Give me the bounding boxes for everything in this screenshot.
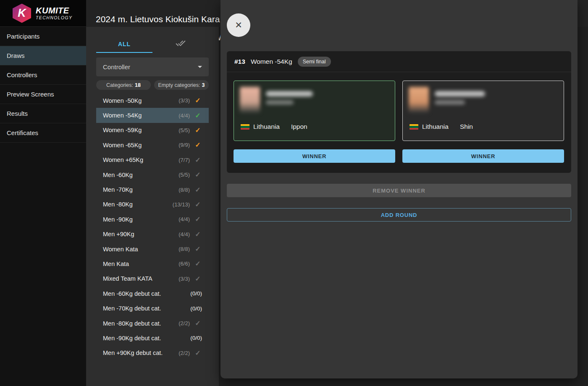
fighter-result: Ippon <box>291 123 307 130</box>
check-icon: ✓ <box>194 96 202 104</box>
logo-subtitle: TECHNOLOGY <box>36 15 73 20</box>
category-row[interactable]: Men Kata (6/6) ✓ <box>96 256 209 271</box>
category-row[interactable]: Women -65Kg (9/9) ✓ <box>96 138 209 152</box>
category-row[interactable]: Women -50Kg (3/3) ✓ <box>96 93 209 108</box>
fighter-subtitle-blurred <box>266 100 294 104</box>
category-row[interactable]: Men -60Kg (5/5) ✓ <box>96 167 209 182</box>
app-logo: K KUMITE TECHNOLOGY <box>0 0 86 27</box>
tab-completed[interactable] <box>152 35 209 53</box>
category-row[interactable]: Women Kata (8/8) ✓ <box>96 242 209 256</box>
active-tab-underline <box>96 52 152 53</box>
lithuania-flag-icon <box>241 124 249 130</box>
check-icon: ✓ <box>194 171 202 179</box>
check-icon: ✓ <box>194 349 202 357</box>
category-tabs: ALL <box>96 35 209 53</box>
controller-dropdown-label: Controller <box>103 63 130 70</box>
check-icon: ✓ <box>194 112 202 120</box>
category-list: Women -50Kg (3/3) ✓ Women -54Kg (4/4) ✓ … <box>86 93 219 360</box>
check-icon: ✓ <box>194 260 202 268</box>
category-row[interactable]: Women -54Kg (4/4) ✓ <box>96 108 209 123</box>
check-icon: ✓ <box>194 230 202 238</box>
category-row[interactable]: Men -80Kg debut cat. (2/2) ✓ <box>96 316 209 331</box>
fighter-subtitle-blurred <box>435 100 465 104</box>
categories-panel: ALL Controller Categories: 18 Empty cate… <box>86 27 219 386</box>
check-icon: ✓ <box>194 141 202 149</box>
winner-buttons-row: WINNER WINNER <box>234 149 564 163</box>
check-icon: ✓ <box>194 245 202 253</box>
done-all-icon <box>176 38 186 50</box>
remove-winner-button[interactable]: REMOVE WINNER <box>227 184 571 197</box>
category-row[interactable]: Women -59Kg (5/5) ✓ <box>96 123 209 138</box>
fighter-name-blurred <box>266 91 313 96</box>
sidebar-item-preview-screens[interactable]: Preview Screens <box>0 85 86 104</box>
close-button[interactable]: ✕ <box>227 13 250 37</box>
winner-button-right[interactable]: WINNER <box>402 149 564 163</box>
category-summary-chips: Categories: 18 Empty categories: 3 <box>96 80 209 90</box>
fighter-name-blurred <box>435 91 485 96</box>
tab-all[interactable]: ALL <box>96 35 152 53</box>
logo-letter: K <box>18 7 26 20</box>
match-dialog: ✕ #13 Women -54Kg Semi final Lithuania I… <box>220 0 578 378</box>
category-row[interactable]: Men -70Kg debut cat. (0/0) <box>96 301 209 316</box>
sidebar-item-participants[interactable]: Participants <box>0 27 86 46</box>
fighter-country: Lithuania <box>253 123 280 130</box>
match-category: Women -54Kg <box>251 58 292 65</box>
category-row[interactable]: Men -60Kg debut cat. (0/0) <box>96 286 209 301</box>
sidebar-nav: ParticipantsDrawsControllersPreview Scre… <box>0 27 86 143</box>
fighter-result: Shin <box>460 123 473 130</box>
fighters-row: Lithuania Ippon Lithuania Shin <box>234 81 564 141</box>
check-icon: ✓ <box>194 126 202 134</box>
sidebar-item-draws[interactable]: Draws <box>0 46 86 65</box>
logo-hexagon-icon: K <box>13 4 31 23</box>
category-row[interactable]: Mixed Team KATA (3/3) ✓ <box>96 271 209 286</box>
category-row[interactable]: Men +90Kg debut cat. (2/2) ✓ <box>96 346 209 360</box>
fighter-photo-blurred <box>409 87 429 113</box>
stage-badge: Semi final <box>298 57 331 67</box>
category-row[interactable]: Women +65Kg (7/7) ✓ <box>96 153 209 167</box>
categories-count-chip: Categories: 18 <box>96 80 151 90</box>
fighter-card-right[interactable]: Lithuania Shin <box>402 81 564 141</box>
match-card: #13 Women -54Kg Semi final Lithuania Ipp… <box>227 51 571 173</box>
check-icon: ✓ <box>194 215 202 223</box>
category-row[interactable]: Men -70Kg (8/8) ✓ <box>96 182 209 197</box>
check-icon: ✓ <box>194 275 202 283</box>
match-header: #13 Women -54Kg Semi final <box>227 51 571 72</box>
chevron-down-icon <box>198 66 202 68</box>
category-row[interactable]: Men +90Kg (4/4) ✓ <box>96 227 209 242</box>
sidebar: K KUMITE TECHNOLOGY ParticipantsDrawsCon… <box>0 0 86 386</box>
sidebar-item-controllers[interactable]: Controllers <box>0 65 86 85</box>
controller-dropdown[interactable]: Controller <box>96 57 209 76</box>
empty-categories-chip: Empty categories: 3 <box>154 80 209 90</box>
add-round-button[interactable]: ADD ROUND <box>227 208 571 222</box>
lithuania-flag-icon <box>410 124 418 130</box>
sidebar-item-certificates[interactable]: Certificates <box>0 123 86 143</box>
winner-button-left[interactable]: WINNER <box>234 149 395 163</box>
category-row[interactable]: Men -90Kg (4/4) ✓ <box>96 212 209 227</box>
check-icon: ✓ <box>194 186 202 194</box>
close-icon: ✕ <box>235 20 242 30</box>
fighter-card-left[interactable]: Lithuania Ippon <box>234 81 395 141</box>
fighter-country: Lithuania <box>422 123 449 130</box>
check-icon: ✓ <box>194 319 202 327</box>
check-icon: ✓ <box>194 156 202 164</box>
check-icon: ✓ <box>194 201 202 209</box>
category-row[interactable]: Men -90Kg debut cat. (0/0) <box>96 331 209 345</box>
match-number: #13 <box>234 58 245 65</box>
category-row[interactable]: Men -80Kg (13/13) ✓ <box>96 197 209 212</box>
logo-title: KUMITE <box>36 6 73 15</box>
fighter-photo-blurred <box>240 87 260 113</box>
tab-all-label: ALL <box>118 41 131 47</box>
sidebar-item-results[interactable]: Results <box>0 104 86 123</box>
